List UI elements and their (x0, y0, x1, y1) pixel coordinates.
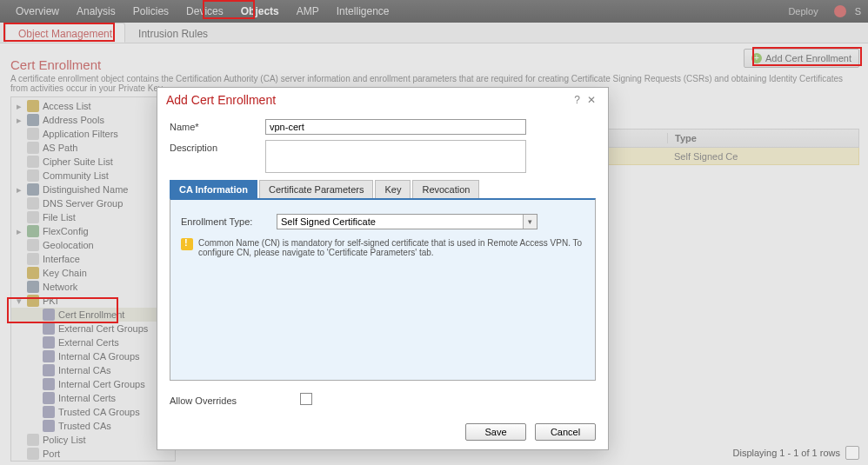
tree-node-label: Port (43, 448, 60, 459)
tree-node-label: PKI (43, 296, 58, 306)
sub-navbar: Object Management Intrusion Rules (0, 23, 868, 43)
subtab-intrusion-rules[interactable]: Intrusion Rules (125, 23, 221, 43)
tree-node-address-pools[interactable]: ▸Address Pools (11, 113, 175, 127)
tree-node-label: Cipher Suite List (43, 156, 113, 167)
tree-node-internal-ca-groups[interactable]: Internal CA Groups (11, 349, 175, 363)
tree-node-flexconfig[interactable]: ▸FlexConfig (11, 224, 175, 238)
tree-node-trusted-ca-groups[interactable]: Trusted CA Groups (11, 405, 175, 419)
chevron-down-icon[interactable]: ▾ (523, 215, 537, 229)
doc-icon (27, 142, 39, 154)
tree-node-key-chain[interactable]: Key Chain (11, 266, 175, 280)
tree-node-label: FlexConfig (43, 226, 89, 236)
help-icon[interactable]: ? (571, 94, 584, 106)
nav-policies[interactable]: Policies (124, 1, 177, 22)
net-icon (27, 114, 39, 126)
description-input[interactable] (265, 140, 526, 173)
tree-node-policy-list[interactable]: Policy List (11, 433, 175, 447)
doc-icon (27, 434, 39, 446)
object-tree[interactable]: ▸Access List▸Address PoolsApplication Fi… (10, 96, 176, 462)
enrollment-type-select[interactable] (277, 214, 537, 229)
nav-objects[interactable]: Objects (232, 1, 288, 22)
nav-intelligence[interactable]: Intelligence (328, 1, 398, 22)
add-cert-enrollment-dialog: Add Cert Enrollment ? ✕ Name* Descriptio… (157, 87, 609, 450)
tree-node-access-list[interactable]: ▸Access List (11, 99, 175, 113)
nav-overview[interactable]: Overview (7, 1, 68, 22)
pkg-icon (27, 225, 39, 237)
tree-node-cipher-suite-list[interactable]: Cipher Suite List (11, 155, 175, 169)
tree-node-internal-cas[interactable]: Internal CAs (11, 363, 175, 377)
warning-text: Common Name (CN) is mandatory for self-s… (198, 238, 584, 257)
db-icon (43, 364, 55, 376)
nav-analysis[interactable]: Analysis (68, 1, 124, 22)
deploy-button[interactable]: Deploy (781, 3, 825, 19)
tab-pane-ca-info: Enrollment Type: ▾ Common Name (CN) is m… (170, 198, 596, 381)
refresh-icon[interactable] (845, 446, 859, 460)
tree-node-application-filters[interactable]: Application Filters (11, 127, 175, 141)
tab-key[interactable]: Key (375, 180, 411, 198)
nav-amp[interactable]: AMP (288, 1, 328, 22)
tree-node-distinguished-name[interactable]: ▸Distinguished Name (11, 183, 175, 196)
tree-node-label: Community List (43, 170, 109, 181)
tree-node-label: AS Path (43, 143, 77, 153)
tree-node-label: Internal Cert Groups (58, 379, 145, 389)
nav-devices[interactable]: Devices (177, 1, 232, 22)
tree-node-label: External Cert Groups (58, 323, 148, 334)
tab-revocation[interactable]: Revocation (412, 180, 479, 198)
tree-node-label: Trusted CAs (58, 421, 111, 431)
doc-icon (27, 156, 39, 168)
tree-node-internal-cert-groups[interactable]: Internal Cert Groups (11, 377, 175, 391)
cancel-button[interactable]: Cancel (535, 423, 596, 441)
key-icon (27, 100, 39, 112)
col-type[interactable]: Type (667, 133, 858, 143)
tree-node-trusted-cas[interactable]: Trusted CAs (11, 419, 175, 433)
tree-node-label: Interface (43, 254, 80, 264)
tree-node-label: Access List (43, 101, 91, 111)
tree-node-interface[interactable]: Interface (11, 252, 175, 266)
expand-icon[interactable]: ▾ (15, 296, 23, 307)
tree-node-pki[interactable]: ▾PKI (11, 294, 175, 308)
db-icon (43, 378, 55, 390)
name-label: Name* (170, 119, 265, 132)
expand-icon[interactable]: ▸ (15, 101, 23, 112)
warning-icon (181, 238, 193, 250)
tree-node-label: Geolocation (43, 240, 94, 250)
alert-icon[interactable] (834, 5, 846, 17)
tab-ca-information[interactable]: CA Information (170, 180, 257, 198)
doc-icon (27, 239, 39, 251)
tree-node-cert-enrollment[interactable]: Cert Enrollment (11, 308, 175, 322)
tree-node-geolocation[interactable]: Geolocation (11, 238, 175, 252)
tree-node-external-certs[interactable]: External Certs (11, 335, 175, 349)
tree-node-as-path[interactable]: AS Path (11, 141, 175, 155)
page-title: Cert Enrollment (10, 57, 858, 72)
expand-icon[interactable]: ▸ (15, 226, 23, 237)
user-menu[interactable]: S (855, 6, 861, 17)
tree-node-label: File List (43, 212, 76, 223)
doc-icon (27, 253, 39, 265)
expand-icon[interactable]: ▸ (15, 184, 23, 196)
doc-icon (27, 169, 39, 182)
db-icon (43, 309, 55, 321)
tree-node-internal-certs[interactable]: Internal Certs (11, 391, 175, 405)
subtab-object-management[interactable]: Object Management (5, 23, 125, 43)
add-cert-enrollment-button[interactable]: + Add Cert Enrollment (744, 49, 859, 68)
tree-node-label: Key Chain (43, 268, 87, 278)
name-input[interactable] (265, 119, 526, 135)
tree-node-port[interactable]: Port (11, 447, 175, 461)
expand-icon[interactable]: ▸ (15, 115, 23, 126)
tree-node-external-cert-groups[interactable]: External Cert Groups (11, 322, 175, 335)
close-icon[interactable]: ✕ (584, 94, 599, 106)
key-icon (27, 295, 39, 307)
tree-node-network[interactable]: Network (11, 280, 175, 294)
save-button[interactable]: Save (465, 423, 526, 441)
tree-node-label: Application Filters (43, 129, 118, 139)
top-navbar: Overview Analysis Policies Devices Objec… (0, 0, 868, 23)
allow-overrides-checkbox[interactable] (300, 393, 312, 405)
db-icon (43, 336, 55, 349)
tab-certificate-parameters[interactable]: Certificate Parameters (259, 180, 373, 198)
description-label: Description (170, 140, 265, 153)
tree-node-dns-server-group[interactable]: DNS Server Group (11, 196, 175, 210)
dialog-title: Add Cert Enrollment (166, 93, 571, 107)
add-button-label: Add Cert Enrollment (765, 53, 851, 63)
tree-node-file-list[interactable]: File List (11, 210, 175, 224)
tree-node-community-list[interactable]: Community List (11, 169, 175, 183)
